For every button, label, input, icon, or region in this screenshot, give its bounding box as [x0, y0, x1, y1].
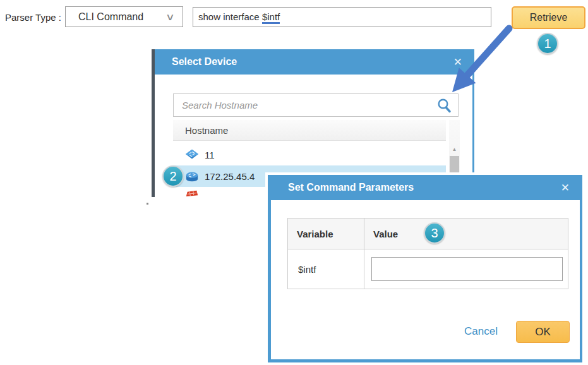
scroll-up-icon[interactable]: ▲ — [449, 144, 460, 154]
parser-type-label: Parser Type : — [5, 12, 61, 23]
firewall-device-icon — [185, 190, 199, 197]
screenshot-root: Parser Type : CLI Command ∨ show interfa… — [0, 0, 588, 365]
close-icon[interactable]: ✕ — [561, 175, 570, 200]
switch-device-icon — [185, 148, 199, 161]
variable-value-input[interactable] — [371, 257, 563, 281]
close-icon[interactable]: ✕ — [453, 49, 462, 75]
hostname-column-header: Hostname — [173, 120, 446, 141]
set-command-parameters-title: Set Command Parameters — [271, 175, 580, 200]
variable-column-header: Variable — [288, 218, 364, 249]
step-3-badge: 3 — [424, 222, 445, 244]
select-device-dialog-title: Select Device — [155, 49, 472, 75]
parser-type-dropdown[interactable]: CLI Command ∨ — [65, 6, 183, 27]
step-2-badge: 2 — [162, 165, 184, 187]
command-text: show interface — [198, 11, 262, 22]
device-row-11[interactable]: 11 — [173, 144, 446, 165]
search-icon[interactable] — [437, 98, 452, 113]
variable-name-cell: $intf — [288, 249, 364, 289]
router-device-icon — [185, 170, 199, 182]
set-command-parameters-dialog: Set Command Parameters ✕ Variable Value … — [268, 175, 582, 362]
retrieve-button[interactable]: Retrieve — [512, 6, 585, 29]
command-input[interactable]: show interface $intf — [193, 7, 491, 27]
cancel-button[interactable]: Cancel — [464, 325, 498, 338]
search-hostname-input[interactable] — [173, 93, 459, 117]
step-1-badge: 1 — [537, 33, 558, 54]
parameter-row: $intf — [288, 249, 568, 289]
parser-type-selected-value: CLI Command — [78, 11, 167, 23]
ok-button[interactable]: OK — [516, 321, 570, 343]
device-label: 11 — [205, 150, 215, 160]
stray-dot — [147, 203, 148, 205]
device-label: 172.25.45.4 — [205, 171, 255, 182]
command-variable-text: $intf — [262, 11, 280, 24]
value-column-header: Value — [364, 218, 568, 249]
chevron-down-icon: ∨ — [165, 11, 175, 23]
